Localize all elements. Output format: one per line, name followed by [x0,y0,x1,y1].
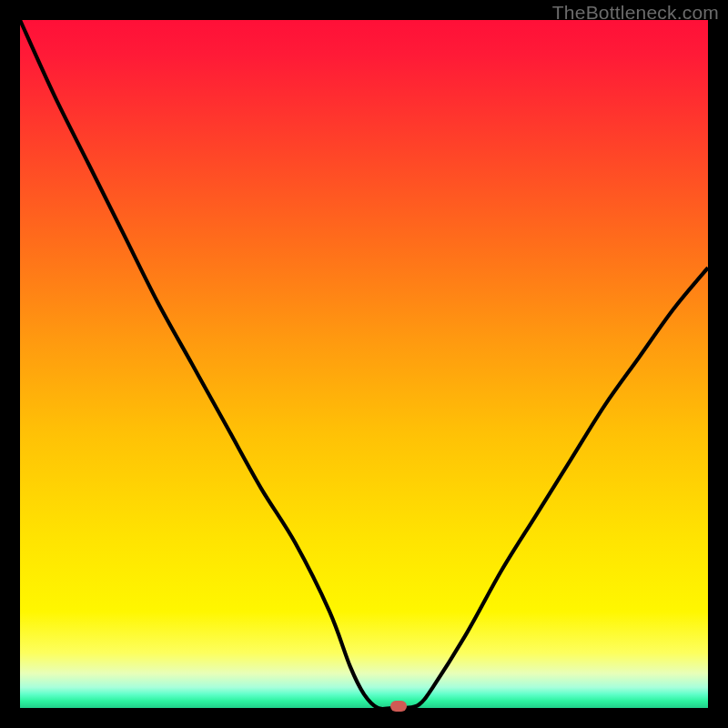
watermark-text: TheBottleneck.com [552,2,719,24]
plot-area [20,20,708,708]
chart-frame: TheBottleneck.com [0,0,728,728]
bottleneck-curve [20,20,708,708]
optimal-point-marker [390,701,407,712]
